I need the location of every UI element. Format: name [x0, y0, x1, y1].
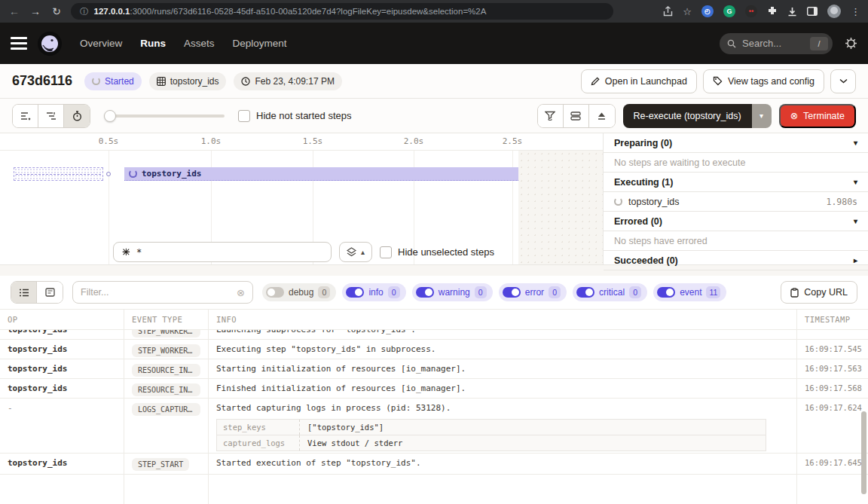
- clipboard-icon: [790, 288, 799, 298]
- browser-address-bar[interactable]: ⓘ 127.0.0.1:3000/runs/673d6116-0528-45df…: [71, 3, 613, 20]
- reexecute-dropdown-caret[interactable]: ▾: [752, 104, 772, 128]
- hide-unselected-checkbox[interactable]: [380, 246, 392, 258]
- app-nav-bar: Overview Runs Assets Deployment Search..…: [0, 23, 868, 64]
- log-structured-view-icon[interactable]: [37, 282, 63, 303]
- op-selector-field[interactable]: [113, 242, 332, 262]
- sidebar-panel-icon[interactable]: [807, 7, 818, 16]
- gantt-toolbar: Hide not started steps Re-execute (topst…: [0, 99, 868, 133]
- nav-item-assets[interactable]: Assets: [184, 38, 215, 49]
- extension-grammarly-icon[interactable]: G: [723, 5, 735, 17]
- run-header: 673d6116 Started topstory_ids Feb 23, 4:…: [0, 64, 868, 99]
- copy-url-button[interactable]: Copy URL: [781, 281, 857, 304]
- job-name-badge[interactable]: topstory_ids: [149, 72, 227, 90]
- chevron-down-icon: [839, 78, 848, 84]
- panel-step-row[interactable]: topstory_ids 1.980s: [604, 192, 868, 212]
- gantt-step-bar[interactable]: topstory_ids: [124, 167, 518, 181]
- hide-not-started-option[interactable]: Hide not started steps: [238, 110, 351, 122]
- grid-icon: [157, 77, 166, 86]
- panel-section-executing[interactable]: Executing (1)▾: [604, 173, 868, 192]
- browser-reload-icon[interactable]: ↻: [50, 5, 63, 17]
- hide-unselected-option[interactable]: Hide unselected steps: [380, 246, 494, 258]
- extension-clock-icon[interactable]: ◴: [701, 5, 714, 17]
- level-toggle-critical[interactable]: critical 0: [573, 283, 647, 301]
- view-waterfall-icon[interactable]: [38, 105, 64, 127]
- status-spinner-icon: [92, 77, 100, 85]
- panel-section-succeeded[interactable]: Succeeded (0)▸: [604, 251, 868, 270]
- downloads-icon[interactable]: [787, 7, 797, 17]
- log-list-view-icon[interactable]: [11, 282, 37, 303]
- toggle-switch: [266, 287, 284, 298]
- event-type-chip: STEP_WORKER_STARTED: [132, 344, 200, 357]
- share-icon[interactable]: [663, 6, 673, 17]
- level-toggle-info[interactable]: info 0: [342, 283, 405, 301]
- browser-profile-avatar[interactable]: [827, 5, 841, 18]
- nav-item-overview[interactable]: Overview: [80, 38, 122, 49]
- view-flat-icon[interactable]: [13, 105, 38, 127]
- slider-knob[interactable]: [104, 110, 116, 122]
- run-gantt-section: 0.5s 1.0s 1.5s 2.0s 2.5s topstory_ids: [0, 133, 868, 265]
- nav-item-deployment[interactable]: Deployment: [233, 38, 287, 49]
- log-row[interactable]: topstory_ids RESOURCE_INIT_SUCCESS Finis…: [0, 379, 868, 399]
- graph-query-toggle-button[interactable]: ▴: [339, 242, 372, 262]
- level-toggle-debug[interactable]: debug 0: [262, 283, 336, 301]
- browser-back-icon[interactable]: ←: [8, 5, 21, 17]
- settings-gear-icon[interactable]: [845, 37, 857, 50]
- log-filter-field[interactable]: ⊗: [72, 281, 253, 304]
- clear-filter-icon[interactable]: ⊗: [237, 287, 245, 298]
- browser-chrome: ← → ↻ ⓘ 127.0.0.1:3000/runs/673d6116-052…: [0, 0, 868, 23]
- browser-menu-icon[interactable]: ⋮: [851, 6, 860, 17]
- log-row[interactable]: topstory_ids STEP_WORKER_STARTED Executi…: [0, 340, 868, 359]
- hide-not-started-checkbox[interactable]: [238, 110, 250, 122]
- log-row[interactable]: topstory_ids STEP_WORKER_STARTING Launch…: [0, 330, 868, 340]
- captured-logs-link[interactable]: View stdout / stderr: [300, 435, 766, 451]
- level-count: 0: [629, 286, 641, 298]
- op-selector-input[interactable]: [136, 247, 323, 258]
- collapse-rows-icon[interactable]: [564, 105, 589, 127]
- log-scrollbar-thumb[interactable]: [861, 411, 866, 494]
- nav-item-runs[interactable]: Runs: [140, 38, 166, 49]
- log-filter-input[interactable]: [81, 287, 231, 298]
- browser-forward-icon[interactable]: →: [29, 5, 42, 17]
- view-tags-config-button[interactable]: View tags and config: [703, 69, 824, 93]
- log-row[interactable]: topstory_ids STEP_START Started executio…: [0, 454, 868, 475]
- caret-down-icon: ▾: [854, 217, 857, 225]
- level-toggle-event[interactable]: event 11: [653, 283, 726, 301]
- clock-icon: [241, 77, 250, 86]
- gantt-pending-box: [14, 167, 103, 181]
- dagster-logo[interactable]: [38, 32, 62, 56]
- panel-section-preparing[interactable]: Preparing (0)▾: [604, 133, 868, 153]
- column-header-event-type: EVENT TYPE: [124, 310, 209, 329]
- run-more-actions-button[interactable]: [830, 69, 856, 93]
- log-row[interactable]: - LOGS_CAPTURED Started capturing logs i…: [0, 399, 868, 454]
- terminate-button[interactable]: ⊗ Terminate: [779, 104, 856, 128]
- eject-top-icon[interactable]: [589, 105, 615, 127]
- step-spinner-icon: [614, 197, 622, 206]
- view-timed-icon[interactable]: [64, 105, 90, 127]
- url-host: 127.0.0.1: [94, 7, 130, 16]
- run-start-time-badge: Feb 23, 4:09:17 PM: [234, 72, 341, 90]
- search-icon: [727, 39, 736, 48]
- filter-funnel-icon[interactable]: [538, 105, 564, 127]
- log-view-toggle-group: [11, 281, 63, 304]
- extension-dark-icon[interactable]: ••: [745, 5, 757, 17]
- log-row[interactable]: topstory_ids RESOURCE_INIT_STARTED Start…: [0, 359, 868, 379]
- gantt-zoom-slider[interactable]: [104, 115, 225, 118]
- reexecute-button[interactable]: Re-execute (topstory_ids): [623, 104, 752, 128]
- level-count: 0: [549, 286, 561, 298]
- level-toggle-error[interactable]: error 0: [499, 283, 567, 301]
- panel-section-errored[interactable]: Errored (0)▾: [604, 212, 868, 231]
- panel-empty-text: No steps have errored: [604, 231, 868, 251]
- bookmark-star-icon[interactable]: ☆: [683, 6, 692, 17]
- level-toggle-warning[interactable]: warning 0: [412, 283, 493, 301]
- extensions-puzzle-icon[interactable]: [767, 6, 778, 17]
- event-type-chip: RESOURCE_INIT_STARTED: [132, 364, 200, 377]
- hamburger-menu-icon[interactable]: [11, 37, 27, 50]
- gantt-chart: 0.5s 1.0s 1.5s 2.0s 2.5s topstory_ids: [0, 133, 603, 264]
- open-in-launchpad-button[interactable]: Open in Launchpad: [581, 69, 697, 93]
- event-type-chip: RESOURCE_INIT_SUCCESS: [132, 383, 200, 396]
- event-type-chip: STEP_WORKER_STARTING: [132, 330, 200, 338]
- site-info-icon[interactable]: ⓘ: [80, 6, 89, 17]
- global-search-input[interactable]: Search... /: [720, 33, 833, 54]
- op-selector-icon: [121, 247, 131, 257]
- search-placeholder: Search...: [742, 38, 781, 49]
